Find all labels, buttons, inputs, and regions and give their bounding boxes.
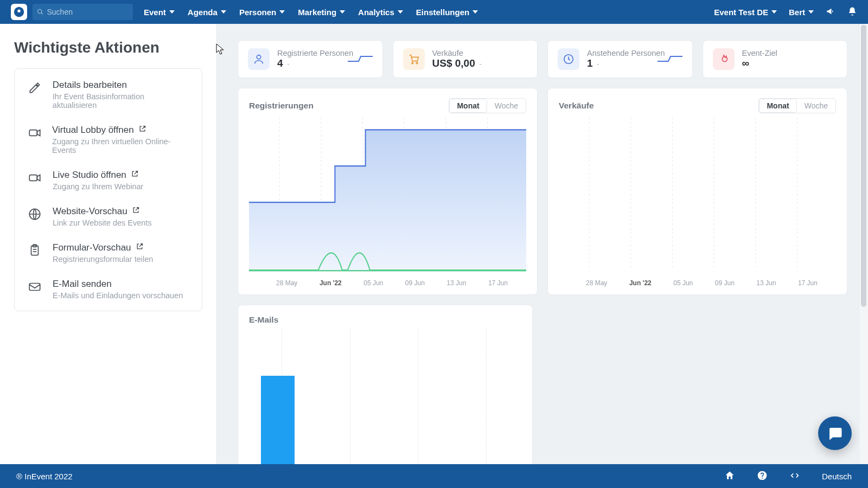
nav-personen[interactable]: Personen [239,8,285,17]
footer-copyright: ® InEvent 2022 [16,472,73,481]
stat-row: Registrierte Personen4 -VerkäufeUS$ 0,00… [238,40,847,78]
external-link-icon [132,206,140,217]
svg-rect-9 [29,284,40,291]
nav-items: Event Agenda Personen Marketing Analytic… [144,8,478,17]
chevron-down-icon [221,10,226,14]
nav-event[interactable]: Event [144,8,175,17]
stat-value: US$ 0,00 - [432,57,528,69]
stat-label: Anstehende Personen [587,49,650,57]
chevron-down-icon [340,10,345,14]
stat-3[interactable]: Event-Ziel∞ [703,40,848,78]
stat-label: Event-Ziel [742,49,838,57]
chevron-down-icon [473,10,478,14]
chart-registrierungen [249,118,526,275]
action-0[interactable]: Details bearbeitenIhr Event Basisinforma… [15,72,202,117]
stat-value: 1 - [587,57,650,69]
stat-label: Registrierte Personen [277,49,340,57]
toggle-monat[interactable]: Monat [449,99,487,113]
x-axis: 28 May Jun '22 05 Jun 09 Jun 13 Jun 17 J… [249,275,526,289]
video-icon [27,125,42,155]
clock-icon [558,48,579,70]
action-2[interactable]: Live Studio öffnen Zugang zu Ihrem Webin… [15,162,202,198]
toggle-monat[interactable]: Monat [759,99,796,113]
scrollbar[interactable] [859,24,868,464]
code-icon[interactable] [789,470,800,483]
action-4[interactable]: Formular-Vorschau Registrierungsformular… [15,235,202,271]
action-sub: Registrierungsformular teilen [53,255,153,264]
search-icon [37,8,43,16]
stat-0[interactable]: Registrierte Personen4 - [238,40,383,78]
chart-emails [249,329,521,464]
sidebar: Wichtigste Aktionen Details bearbeitenIh… [0,24,217,464]
toggle-woche[interactable]: Woche [487,99,526,113]
main-content: Registrierte Personen4 -VerkäufeUS$ 0,00… [217,24,868,464]
svg-point-12 [416,62,418,64]
chevron-down-icon [808,10,814,14]
action-sub: Zugang zu Ihrem Webinar [53,182,143,191]
footer: ® InEvent 2022 Deutsch [0,464,868,488]
user-icon [248,48,270,70]
action-title: Website-Vorschau [53,206,152,217]
card-title: Verkäufe [559,101,594,111]
megaphone-icon[interactable] [826,7,835,18]
home-icon[interactable] [724,470,735,483]
action-3[interactable]: Website-Vorschau Link zur Website des Ev… [15,198,202,235]
nav-analytics[interactable]: Analytics [358,8,403,17]
action-title: Live Studio öffnen [53,170,143,181]
card-title: Registrierungen [249,101,314,111]
chevron-down-icon [169,10,175,14]
chat-button[interactable] [818,416,852,450]
external-link-icon [131,170,139,181]
card-verkaeufe: Verkäufe Monat Woche 28 May Jun '22 05 J… [547,88,847,295]
actions-card: Details bearbeitenIhr Event Basisinforma… [14,68,202,311]
pencil-icon [27,80,43,110]
stat-value: ∞ [742,57,838,69]
video-icon [27,170,43,191]
globe-icon [27,206,43,227]
stat-2[interactable]: Anstehende Personen1 - [547,40,693,78]
card-title: E-Mails [249,315,278,325]
time-toggle: Monat Woche [449,98,526,113]
svg-point-1 [17,9,21,12]
stat-label: Verkäufe [432,49,528,57]
clipboard-icon [27,242,43,264]
card-emails: E-Mails [238,305,533,464]
action-sub: E-Mails und Einladungen vorschauen [53,291,183,300]
bell-icon[interactable] [847,7,857,18]
cursor-icon [216,43,225,57]
nav-agenda[interactable]: Agenda [188,8,226,17]
time-toggle: Monat Woche [758,98,836,113]
nav-marketing[interactable]: Marketing [298,8,345,17]
user-menu[interactable]: Bert [789,8,814,17]
nav-einstellungen[interactable]: Einstellungen [416,8,478,17]
chevron-down-icon [398,10,403,14]
search-input[interactable] [47,8,129,16]
external-link-icon [138,125,146,136]
card-registrierungen: Registrierungen Monat Woche [238,88,538,295]
chevron-down-icon [771,10,777,14]
action-sub: Zugang zu Ihren virtuellen Online-Events [52,137,190,155]
sidebar-title: Wichtigste Aktionen [14,39,202,56]
stat-1[interactable]: VerkäufeUS$ 0,00 - [393,40,538,78]
cart-icon [403,48,425,70]
action-title: Formular-Vorschau [53,242,153,253]
svg-point-11 [411,62,413,64]
toggle-woche[interactable]: Woche [797,99,835,113]
top-nav: Event Agenda Personen Marketing Analytic… [0,0,868,24]
app-logo[interactable] [11,4,27,20]
action-5[interactable]: E-Mail sendenE-Mails und Einladungen vor… [15,271,202,307]
help-icon[interactable] [757,470,768,483]
mail-icon [27,279,43,300]
action-title: Virtual Lobby öffnen [52,125,190,136]
scrollbar-thumb[interactable] [861,25,866,307]
search-input-wrap[interactable] [33,4,133,20]
external-link-icon [136,242,144,253]
stat-value: 4 - [277,57,340,69]
event-selector[interactable]: Event Test DE [714,8,777,17]
action-sub: Ihr Event Basisinformation aktualisieren [53,92,190,110]
chevron-down-icon [279,10,285,14]
x-axis: 28 May Jun '22 05 Jun 09 Jun 13 Jun 17 J… [559,275,836,289]
action-1[interactable]: Virtual Lobby öffnen Zugang zu Ihren vir… [15,117,202,162]
action-sub: Link zur Website des Events [53,219,152,227]
footer-language[interactable]: Deutsch [822,472,852,481]
